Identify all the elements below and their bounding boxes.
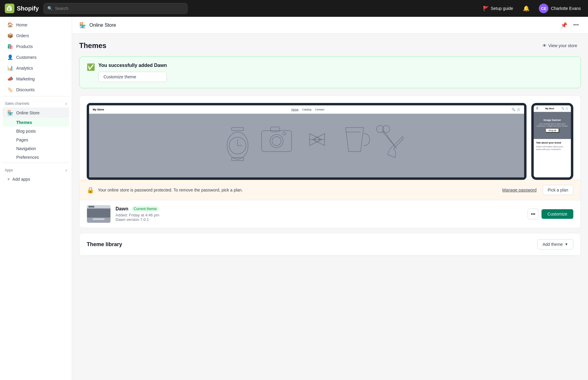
analytics-icon: 📊	[7, 65, 13, 71]
search-icon: 🔍	[47, 6, 52, 11]
svg-line-20	[384, 131, 397, 149]
sidebar-item-home[interactable]: 🏠 Home	[2, 20, 69, 30]
theme-preview-area: My Store Home Catalog Contact 🔍 🛒	[80, 96, 580, 180]
theme-preview-card: My Store Home Catalog Contact 🔍 🛒	[79, 95, 581, 228]
home-icon: 🏠	[7, 22, 13, 28]
customize-theme-button[interactable]: Customize theme	[98, 72, 167, 82]
sales-channels-label: Sales channels ›	[0, 98, 72, 107]
cart-preview-icon: 🛒	[517, 108, 520, 111]
mobile-hamburger-icon: ☰	[536, 107, 538, 110]
search-bar[interactable]: 🔍	[44, 3, 188, 14]
theme-info: Dawn Current theme Added: Friday at 4:46…	[116, 206, 523, 222]
add-apps-item[interactable]: + Add apps	[2, 174, 69, 184]
sidebar-divider-2	[2, 163, 69, 163]
theme-preview-desktop: My Store Home Catalog Contact 🔍 🛒	[87, 103, 526, 180]
main-content: 🏪 Online Store 📌 ••• Themes 👁 View your …	[72, 17, 588, 380]
discounts-icon: 🏷️	[7, 87, 13, 92]
brand-label: shopify	[17, 5, 39, 12]
online-store-icon: 🏪	[7, 110, 13, 116]
setup-guide-button[interactable]: 🚩 Setup guide	[480, 4, 516, 13]
more-actions-icon: •••	[531, 212, 536, 216]
expand-icon: ›	[65, 101, 67, 106]
theme-version: Dawn version 7.0.1	[116, 217, 523, 222]
sidebar-item-discounts[interactable]: 🏷️ Discounts	[2, 84, 69, 95]
theme-thumbnail	[87, 205, 111, 223]
pick-plan-button[interactable]: Pick a plan	[543, 185, 573, 195]
desktop-preview-content: My Store Home Catalog Contact 🔍 🛒	[89, 105, 524, 177]
hero-image-placeholder	[89, 114, 524, 177]
mobile-hero-sub: Use overlay text to give your customers …	[534, 123, 571, 127]
sidebar-item-customers[interactable]: 👤 Customers	[2, 52, 69, 62]
desktop-nav-contact: Contact	[315, 108, 324, 111]
topnav-right: 🚩 Setup guide 🔔 CE Charlotte Evans	[480, 2, 583, 14]
hero-sketch-svg	[89, 119, 524, 173]
pin-button[interactable]: 📌	[559, 20, 569, 30]
chevron-down-icon: ▼	[565, 242, 568, 246]
mobile-cta-button[interactable]: Shop all	[545, 128, 559, 133]
apps-section-label: Apps ›	[0, 164, 72, 174]
theme-preview-mobile: ☰ My Store 🔍 🛒 Image banner Use overlay …	[531, 103, 573, 180]
sidebar-item-analytics[interactable]: 📊 Analytics	[2, 63, 69, 73]
main-layout: 🏠 Home 📦 Orders 🛍️ Products 👤 Customers …	[0, 17, 588, 380]
desktop-preview-header: My Store Home Catalog Contact 🔍 🛒	[89, 105, 524, 114]
pin-icon: 📌	[561, 22, 567, 29]
add-theme-button[interactable]: Add theme ▼	[537, 239, 573, 249]
svg-point-10	[272, 137, 281, 146]
manage-password-button[interactable]: Manage password	[500, 188, 539, 192]
success-banner: ✅ You successfully added Dawn Customize …	[79, 56, 581, 88]
more-options-button[interactable]: •••	[571, 20, 581, 30]
password-warning-bar: 🔒 Your online store is password protecte…	[80, 180, 580, 200]
view-store-button[interactable]: 👁 View your store	[539, 41, 581, 50]
svg-rect-25	[93, 219, 105, 220]
current-theme-badge: Current theme	[131, 206, 159, 212]
top-navigation: shopify 🔍 🚩 Setup guide 🔔 CE Charlotte E…	[0, 0, 588, 17]
success-message: You successfully added Dawn	[98, 63, 167, 68]
theme-library-card: Theme library Add theme ▼	[79, 233, 581, 256]
user-menu-button[interactable]: CE Charlotte Evans	[536, 2, 583, 14]
mobile-hero-title: Image banner	[544, 119, 561, 122]
desktop-logo: My Store	[93, 108, 104, 111]
theme-name: Dawn	[116, 206, 128, 212]
sidebar-sub-item-themes[interactable]: Themes	[2, 118, 69, 127]
mobile-cart-icon: 🛒	[566, 107, 568, 110]
customers-icon: 👤	[7, 54, 13, 60]
theme-customize-button[interactable]: Customize	[542, 209, 573, 219]
theme-added: Added: Friday at 4:46 pm	[116, 213, 523, 217]
shopify-logo[interactable]: shopify	[5, 4, 39, 13]
lock-icon: 🔒	[87, 186, 94, 194]
desktop-icons: 🔍 🛒	[512, 108, 520, 111]
desktop-nav-catalog: Catalog	[302, 108, 311, 111]
more-icon: •••	[573, 22, 579, 28]
search-input[interactable]	[55, 6, 184, 11]
thumbnail-image	[87, 205, 110, 223]
page-header-actions: 📌 •••	[559, 20, 581, 30]
desktop-hero	[89, 114, 524, 177]
theme-library-header: Theme library Add theme ▼	[80, 233, 580, 256]
user-name-label: Charlotte Evans	[551, 6, 581, 11]
mobile-brand-section: Talk about your brand Share information …	[534, 139, 571, 153]
sidebar-sub-item-navigation[interactable]: Navigation	[2, 144, 69, 153]
mobile-section-title: Talk about your brand	[536, 141, 568, 144]
sidebar-divider-1	[2, 96, 69, 96]
notifications-button[interactable]: 🔔	[521, 3, 532, 14]
sidebar-item-products[interactable]: 🛍️ Products	[2, 41, 69, 52]
sidebar-item-marketing[interactable]: 📣 Marketing	[2, 74, 69, 84]
current-theme-info: Dawn Current theme Added: Friday at 4:46…	[80, 200, 580, 228]
theme-more-actions-button[interactable]: •••	[528, 209, 538, 219]
themes-page: Themes 👁 View your store ✅ You successfu…	[72, 34, 588, 263]
svg-rect-8	[271, 127, 280, 132]
desktop-nav-home: Home	[291, 108, 298, 111]
setup-guide-label: Setup guide	[491, 6, 513, 11]
eye-icon: 👁	[542, 43, 547, 48]
sidebar-item-orders[interactable]: 📦 Orders	[2, 30, 69, 41]
sidebar-sub-item-blog-posts[interactable]: Blog posts	[2, 127, 69, 135]
page-header-title: Online Store	[89, 23, 116, 28]
flag-icon: 🚩	[483, 6, 489, 11]
sidebar-sub-item-preferences[interactable]: Preferences	[2, 153, 69, 161]
mobile-icons: 🔍 🛒	[561, 107, 568, 110]
apps-expand-icon: ›	[65, 168, 67, 173]
sidebar-item-online-store[interactable]: 🏪 Online Store	[2, 107, 69, 118]
sidebar-sub-item-pages[interactable]: Pages	[2, 136, 69, 144]
svg-rect-1	[232, 128, 244, 131]
success-check-icon: ✅	[87, 63, 95, 71]
